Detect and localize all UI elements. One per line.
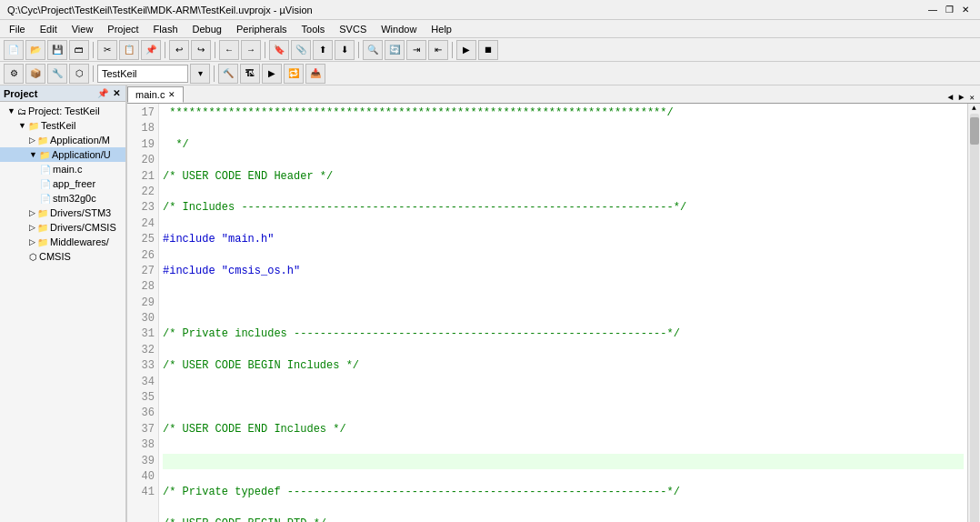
redo-btn[interactable]: ↪: [191, 40, 211, 60]
ln-36: 36: [131, 406, 155, 421]
new-btn[interactable]: 📄: [4, 40, 24, 60]
tree-label-root: Project: TestKeil: [28, 105, 100, 116]
menu-file[interactable]: File: [4, 23, 31, 35]
ln-40: 40: [131, 469, 155, 485]
tree-icon-main-c: 📄: [40, 165, 51, 175]
paste-btn[interactable]: 📌: [141, 40, 161, 60]
maximize-button[interactable]: ❐: [942, 3, 956, 17]
menu-debug[interactable]: Debug: [187, 23, 227, 35]
sep1: [93, 42, 94, 58]
indent-btn[interactable]: ⇥: [406, 40, 426, 60]
tree-toggle-root: ▼: [7, 106, 15, 115]
menu-view[interactable]: View: [66, 23, 99, 35]
tab-main-c[interactable]: main.c ✕: [127, 86, 184, 103]
tree-icon-mw: 📁: [37, 237, 48, 247]
tree-app-m[interactable]: ▷ 📁 Application/M: [0, 133, 125, 147]
scroll-up-btn[interactable]: ▲: [972, 104, 976, 112]
menu-help[interactable]: Help: [425, 23, 457, 35]
tab-controls: ◄ ► ✕: [946, 93, 980, 103]
copy-btn[interactable]: 📋: [119, 40, 139, 60]
cut-btn[interactable]: ✂: [97, 40, 117, 60]
minimize-button[interactable]: —: [925, 3, 940, 17]
tb2-btn4[interactable]: ⬡: [69, 64, 89, 84]
tb2-btn3[interactable]: 🔧: [47, 64, 67, 84]
code-line-30: /* USER CODE BEGIN PTD */: [163, 517, 964, 522]
sep8: [214, 65, 215, 82]
run-btn[interactable]: ▶: [456, 40, 476, 60]
tree-icon-app-u: 📁: [39, 150, 50, 160]
project-tree: ▼ 🗂 Project: TestKeil ▼ 📁 TestKeil ▷ 📁 A…: [0, 102, 125, 522]
tab-close-icon[interactable]: ✕: [168, 90, 175, 99]
tree-main-c[interactable]: 📄 main.c: [0, 162, 125, 176]
find-btn[interactable]: 🔍: [363, 40, 383, 60]
editor-container: main.c ✕ ◄ ► ✕ 17 18 19 20 21 22 23 24 2…: [127, 85, 980, 522]
nav-fwd-btn[interactable]: →: [241, 40, 261, 60]
tab-scroll-right[interactable]: ►: [957, 93, 966, 103]
tab-scroll-left[interactable]: ◄: [946, 93, 955, 103]
menu-project[interactable]: Project: [102, 23, 144, 35]
work-area: Project 📌 ✕ ▼ 🗂 Project: TestKeil ▼ 📁 Te…: [0, 85, 980, 522]
outdent-btn[interactable]: ⇤: [428, 40, 448, 60]
tb2-btn2[interactable]: 📦: [25, 64, 45, 84]
vertical-scrollbar[interactable]: ▲ ▼: [967, 104, 980, 522]
tb2-btn6[interactable]: 🏗: [240, 64, 260, 84]
line-numbers: 17 18 19 20 21 22 23 24 25 26 27 28 29 3…: [127, 104, 159, 522]
menu-flash[interactable]: Flash: [148, 23, 184, 35]
tree-stm32[interactable]: 📄 stm32g0c: [0, 191, 125, 206]
save-all-btn[interactable]: 🗃: [69, 40, 89, 60]
tree-project-root[interactable]: ▼ 🗂 Project: TestKeil: [0, 104, 125, 118]
tree-app-u[interactable]: ▼ 📁 Application/U: [0, 147, 125, 162]
undo-btn[interactable]: ↩: [169, 40, 189, 60]
tree-drivers-cmsis[interactable]: ▷ 📁 Drivers/CMSIS: [0, 220, 125, 235]
stop-btn[interactable]: ⏹: [478, 40, 498, 60]
tree-icon-stm32: 📄: [40, 194, 51, 204]
menu-edit[interactable]: Edit: [35, 23, 63, 35]
tb2-btn5[interactable]: 🔨: [218, 64, 238, 84]
open-btn[interactable]: 📂: [25, 40, 45, 60]
bookmark-btn[interactable]: 🔖: [269, 40, 289, 60]
tree-drivers-stm3[interactable]: ▷ 📁 Drivers/STM3: [0, 206, 125, 220]
ln-32: 32: [131, 343, 155, 358]
menu-peripherals[interactable]: Peripherals: [231, 23, 293, 35]
bookmark3-btn[interactable]: ⬆: [313, 40, 333, 60]
code-line-28: [163, 454, 964, 469]
ln-31: 31: [131, 326, 155, 342]
project-target-input[interactable]: TestKeil: [97, 65, 188, 83]
tree-toggle-tk: ▼: [18, 121, 26, 130]
tb2-btn1[interactable]: ⚙: [4, 64, 24, 84]
scroll-track[interactable]: [970, 114, 979, 522]
bookmark2-btn[interactable]: 📎: [291, 40, 311, 60]
tree-toggle-drv-cmsis: ▷: [29, 223, 35, 232]
ln-27: 27: [131, 264, 155, 279]
tb2-btn7[interactable]: ▶: [262, 64, 282, 84]
project-close-icon[interactable]: ✕: [111, 88, 122, 99]
replace-btn[interactable]: 🔄: [385, 40, 405, 60]
tb2-dropdown[interactable]: ▾: [190, 64, 210, 84]
code-line-25: /* USER CODE BEGIN Includes */: [163, 358, 964, 374]
tree-middlewares[interactable]: ▷ 📁 Middlewares/: [0, 235, 125, 249]
save-btn[interactable]: 💾: [47, 40, 67, 60]
code-line-23: [163, 296, 964, 311]
editor-content: 17 18 19 20 21 22 23 24 25 26 27 28 29 3…: [127, 104, 980, 522]
code-area[interactable]: ****************************************…: [159, 104, 967, 522]
tree-cmsis[interactable]: ⬡ CMSIS: [0, 249, 125, 264]
tb2-btn9[interactable]: 📥: [305, 64, 325, 84]
tree-app-free[interactable]: 📄 app_freer: [0, 176, 125, 191]
menu-svcs[interactable]: SVCS: [334, 23, 372, 35]
menu-window[interactable]: Window: [375, 23, 422, 35]
code-line-22: #include "cmsis_os.h": [163, 264, 964, 279]
close-button[interactable]: ✕: [958, 3, 973, 17]
tree-testkeil[interactable]: ▼ 📁 TestKeil: [0, 118, 125, 133]
project-pin-icon[interactable]: 📌: [97, 88, 108, 99]
scroll-thumb[interactable]: [970, 117, 979, 145]
tree-label-app-u: Application/U: [52, 149, 111, 160]
toolbar-1: 📄 📂 💾 🗃 ✂ 📋 📌 ↩ ↪ ← → 🔖 📎 ⬆ ⬇ 🔍 🔄 ⇥ ⇤ ▶ …: [0, 38, 980, 62]
sep2: [165, 42, 165, 58]
tree-label-drv-cmsis: Drivers/CMSIS: [50, 222, 116, 233]
bookmark4-btn[interactable]: ⬇: [335, 40, 355, 60]
menu-tools[interactable]: Tools: [296, 23, 331, 35]
tb2-btn8[interactable]: 🔁: [284, 64, 304, 84]
nav-back-btn[interactable]: ←: [219, 40, 239, 60]
code-line-29: /* Private typedef ---------------------…: [163, 485, 964, 500]
tab-close-all[interactable]: ✕: [968, 93, 976, 103]
